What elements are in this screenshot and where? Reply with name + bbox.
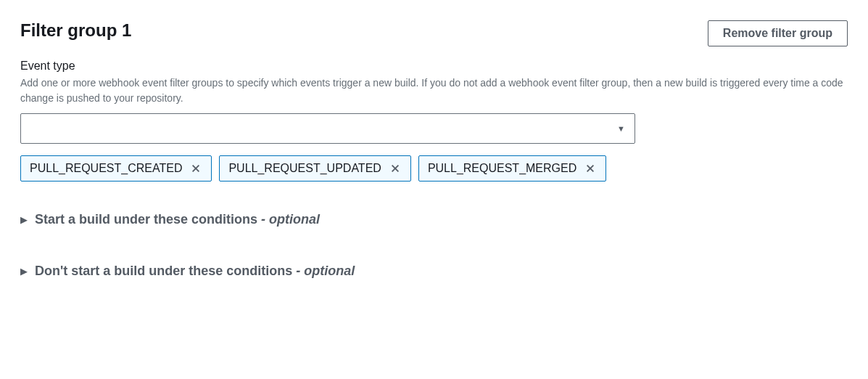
tag-label: PULL_REQUEST_CREATED (30, 162, 182, 175)
filter-group-header: Filter group 1 Remove filter group (20, 20, 848, 46)
filter-group-title: Filter group 1 (20, 20, 131, 41)
start-conditions-title: Start a build under these conditions - o… (35, 212, 320, 227)
event-type-select-wrapper: ▼ (20, 113, 635, 144)
close-icon[interactable] (584, 162, 597, 175)
close-icon[interactable] (389, 162, 402, 175)
event-type-tags: PULL_REQUEST_CREATED PULL_REQUEST_UPDATE… (20, 155, 848, 182)
dont-start-conditions-title: Don't start a build under these conditio… (35, 264, 355, 279)
caret-right-icon: ▶ (20, 266, 28, 276)
tag-pull-request-updated: PULL_REQUEST_UPDATED (219, 155, 410, 182)
close-icon[interactable] (189, 162, 202, 175)
section-optional-suffix: - optional (296, 264, 355, 278)
section-optional-suffix: - optional (261, 212, 320, 227)
event-type-description: Add one or more webhook event filter gro… (20, 76, 847, 106)
section-title-text: Don't start a build under these conditio… (35, 264, 292, 278)
tag-label: PULL_REQUEST_MERGED (428, 162, 576, 175)
dont-start-conditions-section[interactable]: ▶ Don't start a build under these condit… (20, 256, 848, 286)
event-type-select[interactable] (20, 113, 635, 144)
event-type-label: Event type (20, 60, 848, 73)
section-title-text: Start a build under these conditions (35, 212, 257, 227)
caret-right-icon: ▶ (20, 215, 28, 224)
event-type-field: Event type Add one or more webhook event… (20, 60, 848, 182)
tag-pull-request-merged: PULL_REQUEST_MERGED (418, 155, 606, 182)
tag-pull-request-created: PULL_REQUEST_CREATED (20, 155, 212, 182)
tag-label: PULL_REQUEST_UPDATED (228, 162, 381, 175)
remove-filter-group-button[interactable]: Remove filter group (708, 20, 848, 46)
start-conditions-section[interactable]: ▶ Start a build under these conditions -… (20, 205, 848, 235)
